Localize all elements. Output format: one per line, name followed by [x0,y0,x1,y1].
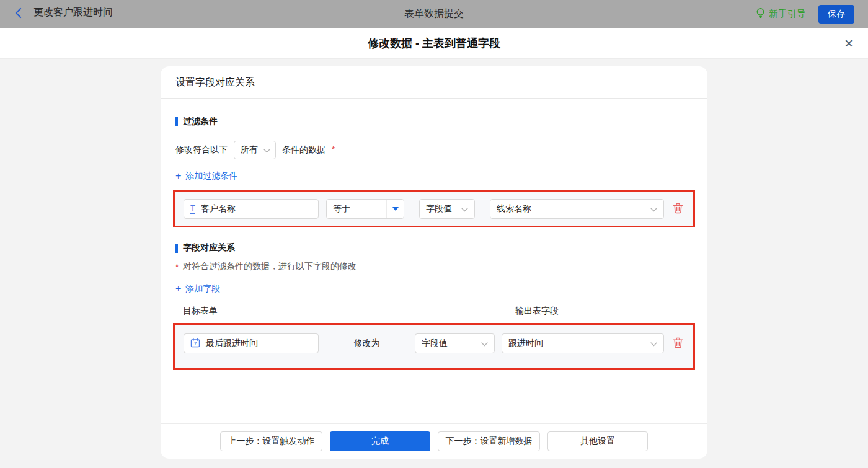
match-mode-select[interactable]: 所有 [234,141,276,159]
plus-icon: + [175,171,181,181]
add-filter-condition-link[interactable]: + 添加过滤条件 [175,170,237,182]
filter-field-input[interactable]: T 客户名称 [184,199,319,219]
match-prefix-text: 修改符合以下 [175,144,228,156]
prev-step-button[interactable]: 上一步：设置触发动作 [220,431,322,451]
filter-row-highlight-box: T 客户名称 等于 字段值 [173,190,695,227]
output-field-value: 跟进时间 [508,338,543,349]
mapping-note-text: 对符合过滤条件的数据，进行以下字段的修改 [183,261,356,272]
add-field-label: 添加字段 [185,283,220,294]
plus-icon: + [175,284,181,294]
beginner-guide-label: 新手引导 [769,8,806,20]
value-type-value: 字段值 [426,203,452,214]
settings-panel: 设置字段对应关系 过滤条件 修改符合以下 所有 条件的数据 [161,66,707,459]
back-chevron-icon [14,7,24,20]
add-field-link[interactable]: + 添加字段 [175,283,220,294]
topbar-left: 更改客户跟进时间 [14,6,255,22]
compare-value-select[interactable]: 线索名称 [490,199,664,219]
output-value-type-select[interactable]: 字段值 [415,333,495,353]
done-button[interactable]: 完成 [330,431,430,451]
topbar-title: 表单数据提交 [255,7,613,20]
back-button[interactable] [14,7,24,20]
mapping-section-label: 字段对应关系 [183,242,235,254]
mapping-row-highlight-box: 7 最后跟进时间 修改为 字段值 跟进时间 [173,323,695,370]
section-bar [175,244,178,253]
output-field-select[interactable]: 跟进时间 [502,333,664,353]
modal-header: 修改数据 - 主表到普通字段 × [0,28,868,59]
topbar-right: 新手引导 保存 [613,5,854,24]
modal-title: 修改数据 - 主表到普通字段 [368,36,500,51]
flow-name-label[interactable]: 更改客户跟进时间 [33,6,113,22]
caret-down-icon [386,200,404,218]
match-condition-row: 修改符合以下 所有 条件的数据 * [175,141,693,159]
mapping-note: * 对符合过滤条件的数据，进行以下字段的修改 [175,261,693,272]
beginner-guide-link[interactable]: 新手引导 [756,7,806,20]
filter-condition-row: T 客户名称 等于 字段值 [175,192,693,226]
operator-select[interactable]: 等于 [326,199,404,219]
compare-value: 线索名称 [497,203,531,214]
mapping-column-headers: 目标表单 输出表字段 [175,306,693,317]
target-field-value: 最后跟进时间 [206,338,258,349]
filter-field-value: 客户名称 [201,203,236,214]
filter-section-title: 过滤条件 [175,116,693,127]
section-bar [175,117,178,126]
panel-footer: 上一步：设置触发动作 完成 下一步：设置新增数据 其他设置 [161,423,707,459]
delete-filter-row-button[interactable] [673,203,683,216]
text-field-icon: T [190,204,195,214]
next-step-button[interactable]: 下一步：设置新增数据 [438,431,540,451]
chevron-down-icon [461,204,468,214]
topbar: 更改客户跟进时间 表单数据提交 新手引导 保存 [0,0,868,28]
panel-header-title: 设置字段对应关系 [161,66,707,99]
value-type-select[interactable]: 字段值 [419,199,475,219]
trash-icon [673,203,683,216]
chevron-down-icon [650,338,657,348]
trash-icon [673,337,683,350]
output-value-type-value: 字段值 [422,338,448,349]
modal-body: 设置字段对应关系 过滤条件 修改符合以下 所有 条件的数据 [0,59,868,468]
required-asterisk: * [175,262,179,272]
chevron-down-icon [264,145,270,155]
target-field-input[interactable]: 7 最后跟进时间 [184,333,319,353]
chevron-down-icon [650,204,657,214]
operator-value: 等于 [327,203,386,214]
delete-mapping-row-button[interactable] [673,337,683,350]
add-filter-condition-label: 添加过滤条件 [185,170,237,182]
required-asterisk: * [332,144,335,154]
target-form-column-header: 目标表单 [183,306,515,317]
mapping-section-title: 字段对应关系 [175,242,693,254]
match-suffix-text: 条件的数据 [282,144,326,156]
other-settings-button[interactable]: 其他设置 [547,431,648,451]
screen: 更改客户跟进时间 表单数据提交 新手引导 保存 修改数据 - 主表到普通字段 ×… [0,0,868,468]
filter-section-label: 过滤条件 [183,116,218,127]
calendar-icon: 7 [190,338,200,350]
chevron-down-icon [481,338,488,348]
bulb-icon [756,7,765,20]
close-icon[interactable]: × [844,36,853,51]
save-button[interactable]: 保存 [818,5,854,24]
panel-content: 过滤条件 修改符合以下 所有 条件的数据 * + 添加过滤条件 [161,99,707,423]
modify-to-label: 修改为 [319,338,415,349]
match-mode-value: 所有 [241,144,258,156]
mapping-row: 7 最后跟进时间 修改为 字段值 跟进时间 [175,325,693,368]
svg-text:7: 7 [194,341,197,347]
output-field-column-header: 输出表字段 [515,306,559,317]
